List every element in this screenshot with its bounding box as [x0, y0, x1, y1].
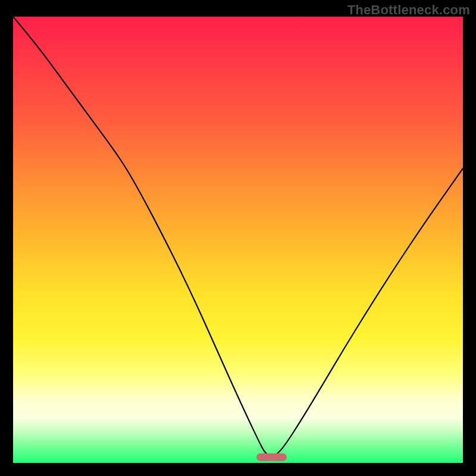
minimum-marker	[256, 453, 287, 462]
plot-area	[13, 17, 463, 463]
bottleneck-curve	[13, 17, 463, 463]
chart-frame: TheBottleneck.com	[0, 0, 476, 476]
watermark-text: TheBottleneck.com	[347, 2, 470, 18]
